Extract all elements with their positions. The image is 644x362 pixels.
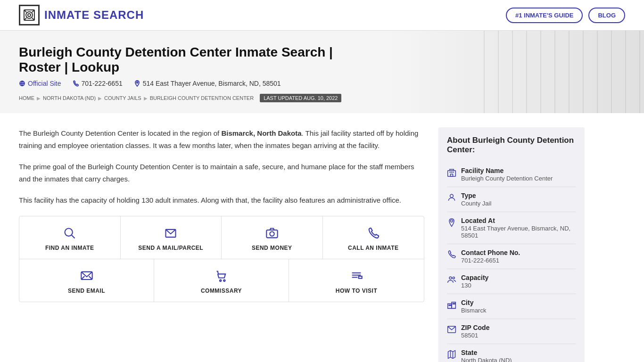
- last-updated-badge: LAST UPDATED AUG. 10, 2022: [260, 94, 341, 102]
- how-to-visit-button[interactable]: HOW TO VISIT: [289, 259, 424, 302]
- svg-rect-36: [449, 305, 450, 306]
- send-money-button[interactable]: SEND MONEY: [222, 216, 323, 259]
- hero-phone: 701-222-6651: [73, 80, 123, 87]
- logo-icon: [19, 5, 40, 25]
- mail-sidebar-icon: [447, 325, 456, 334]
- svg-marker-41: [448, 351, 455, 359]
- svg-rect-28: [451, 174, 453, 176]
- hero-section: Burleigh County Detention Center Inmate …: [0, 31, 644, 113]
- hero-background: [484, 31, 644, 113]
- capacity-content: Capacity 130: [461, 274, 488, 289]
- location-content: Located At 514 East Thayer Avenue, Bisma…: [461, 217, 576, 239]
- logo-area: INMATE SEARCH: [19, 5, 144, 25]
- send-email-label: SEND EMAIL: [68, 288, 105, 294]
- paragraph-2: The prime goal of the Burleigh County De…: [19, 161, 424, 185]
- action-row-2: SEND EMAIL COMMISSARY HOW TO VISIT: [19, 259, 424, 302]
- location-icon: [447, 218, 456, 227]
- svg-rect-38: [453, 304, 454, 304]
- sidebar-city: City Bismarck: [447, 294, 576, 319]
- breadcrumb-sep-3: ▶: [144, 96, 148, 101]
- search-icon: [63, 227, 76, 240]
- main-container: The Burleigh County Detention Center is …: [0, 113, 644, 362]
- svg-rect-37: [451, 305, 452, 306]
- svg-point-29: [450, 194, 454, 197]
- facility-name-content: Facility Name Burleigh County Detention …: [461, 167, 553, 182]
- sidebar: About Burleigh County Detention Center: …: [438, 127, 585, 362]
- breadcrumb-county-jails[interactable]: COUNTY JAILS: [104, 95, 141, 101]
- sidebar-state: State North Dakota (ND): [447, 344, 576, 362]
- type-content: Type County Jail: [461, 192, 491, 207]
- building-icon: [447, 168, 456, 177]
- call-inmate-label: CALL AN INMATE: [348, 245, 398, 251]
- send-email-button[interactable]: SEND EMAIL: [19, 259, 154, 302]
- how-to-visit-label: HOW TO VISIT: [336, 288, 377, 294]
- send-mail-button[interactable]: SEND A MAIL/PARCEL: [121, 216, 222, 259]
- official-site-link[interactable]: Official Site: [19, 80, 61, 87]
- svg-line-11: [72, 235, 74, 238]
- find-inmate-label: FIND AN INMATE: [45, 245, 94, 251]
- svg-point-18: [219, 280, 221, 281]
- svg-point-30: [451, 220, 453, 222]
- svg-rect-24: [448, 171, 456, 177]
- sidebar-type: Type County Jail: [447, 187, 576, 212]
- logo-text: INMATE SEARCH: [44, 8, 144, 22]
- svg-point-19: [223, 280, 225, 281]
- commissary-label: COMMISSARY: [201, 288, 242, 294]
- page-title: Burleigh County Detention Center Inmate …: [19, 45, 372, 75]
- breadcrumb-sep-1: ▶: [37, 96, 41, 101]
- header-nav: #1 INMATE'S GUIDE BLOG: [506, 8, 625, 23]
- zip-content: ZIP Code 58501: [461, 324, 489, 339]
- mail-icon: [164, 227, 177, 240]
- call-inmate-button[interactable]: CALL AN INMATE: [323, 216, 424, 259]
- sidebar-card: About Burleigh County Detention Center: …: [438, 127, 585, 362]
- svg-rect-23: [359, 276, 362, 279]
- action-grid: FIND AN INMATE SEND A MAIL/PARCEL SEND M…: [19, 216, 424, 302]
- sidebar-phone: Contact Phone No. 701-222-6651: [447, 244, 576, 269]
- state-content: State North Dakota (ND): [461, 349, 512, 362]
- svg-point-10: [65, 228, 72, 236]
- breadcrumb-sep-2: ▶: [98, 96, 102, 101]
- breadcrumb-current: BURLEIGH COUNTY DETENTION CENTER: [150, 95, 254, 101]
- paragraph-1: The Burleigh County Detention Center is …: [19, 127, 424, 151]
- hero-address: 514 East Thayer Avenue, Bismarck, ND, 58…: [134, 80, 281, 87]
- action-row-1: FIND AN INMATE SEND A MAIL/PARCEL SEND M…: [19, 216, 424, 259]
- breadcrumb-nd[interactable]: NORTH DAKOTA (ND): [43, 95, 96, 101]
- phone-icon: [367, 227, 380, 240]
- svg-rect-33: [448, 304, 452, 308]
- list-icon: [350, 270, 363, 283]
- blog-link[interactable]: BLOG: [588, 8, 625, 23]
- camera-icon: [265, 227, 279, 240]
- person-icon: [447, 193, 456, 202]
- svg-point-1: [26, 12, 33, 18]
- phone-content: Contact Phone No. 701-222-6651: [461, 249, 520, 264]
- sidebar-title: About Burleigh County Detention Center:: [447, 136, 576, 155]
- inmates-guide-link[interactable]: #1 INMATE'S GUIDE: [506, 8, 583, 23]
- sidebar-location: Located At 514 East Thayer Avenue, Bisma…: [447, 212, 576, 244]
- svg-point-32: [453, 277, 454, 279]
- find-inmate-button[interactable]: FIND AN INMATE: [19, 216, 121, 259]
- cart-icon: [215, 270, 228, 283]
- phone-sidebar-icon: [447, 250, 456, 259]
- svg-rect-39: [454, 304, 455, 304]
- main-content: The Burleigh County Detention Center is …: [19, 127, 424, 362]
- message-icon: [80, 270, 93, 283]
- sidebar-capacity: Capacity 130: [447, 269, 576, 294]
- city-content: City Bismarck: [461, 299, 486, 314]
- send-mail-label: SEND A MAIL/PARCEL: [138, 245, 203, 251]
- site-header: INMATE SEARCH #1 INMATE'S GUIDE BLOG: [0, 0, 644, 31]
- sidebar-facility-name: Facility Name Burleigh County Detention …: [447, 162, 576, 187]
- svg-point-14: [270, 231, 274, 236]
- map-icon: [447, 350, 456, 359]
- svg-point-2: [28, 14, 31, 16]
- commissary-button[interactable]: COMMISSARY: [154, 259, 289, 302]
- svg-point-31: [449, 277, 452, 279]
- breadcrumb-home[interactable]: HOME: [19, 95, 34, 101]
- paragraph-3: This facility has the capacity of holdin…: [19, 194, 424, 206]
- send-money-label: SEND MONEY: [252, 245, 292, 251]
- people-icon: [447, 275, 456, 284]
- city-icon: [447, 300, 456, 309]
- sidebar-zip: ZIP Code 58501: [447, 319, 576, 344]
- svg-point-9: [136, 82, 138, 83]
